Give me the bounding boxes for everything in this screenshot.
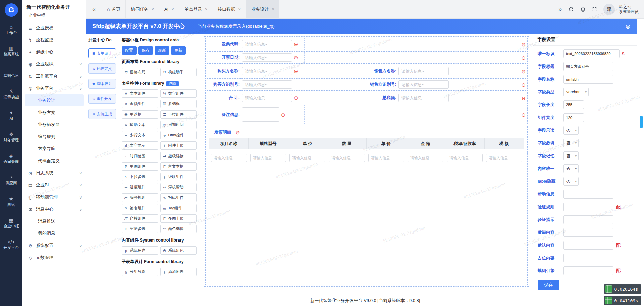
config-button[interactable]: 配置	[122, 46, 137, 55]
rail-item-archive[interactable]: ▥档案系统	[0, 40, 22, 62]
subtable-input[interactable]	[250, 154, 286, 162]
remove-row-icon[interactable]: ⊖	[521, 69, 526, 74]
field-total[interactable]: 合 计: ⊖	[206, 92, 362, 104]
sidebar-item-business-trigger[interactable]: 业务触发器	[22, 119, 86, 131]
config-link[interactable]: 配	[616, 243, 621, 248]
unique-content-select[interactable]: 否▾	[563, 164, 579, 173]
rail-menu-toggle-icon[interactable]: ≡	[9, 290, 13, 306]
component-text[interactable]: A文本组件	[122, 89, 158, 98]
close-tab-icon[interactable]: ×	[238, 7, 241, 12]
sidebar-item-message-center[interactable]: ✉消息中心∨	[22, 203, 86, 215]
save-button[interactable]: 保存	[138, 46, 153, 55]
component-multi-image[interactable]: È多图上传	[160, 214, 197, 223]
required-select[interactable]: 否▾	[563, 139, 579, 147]
sidebar-item-message-push[interactable]: 消息推送	[22, 215, 86, 227]
suffix-content-field[interactable]	[563, 228, 613, 237]
field-input[interactable]	[398, 94, 449, 102]
component-richtext[interactable]: E富文本框	[160, 162, 197, 171]
sidebar-item-mobile-mgmt[interactable]: ▯移动端管理∨	[22, 191, 86, 203]
component-multi-select[interactable]: S下拉多选	[122, 173, 158, 181]
field-seller-name[interactable]: 销售方名称:	[362, 65, 519, 77]
component-shuttle-help[interactable]: ∾穿梭帮助	[160, 183, 197, 191]
rail-item-dev-platform[interactable]: </>开发平台	[0, 234, 22, 255]
field-input[interactable]	[242, 94, 292, 102]
rail-item-ai[interactable]: ✦Ai	[0, 105, 22, 126]
component-dropdown[interactable]: ≣下拉组件	[160, 110, 197, 119]
close-tab-icon[interactable]: ×	[151, 7, 154, 12]
subtable-input[interactable]	[211, 154, 247, 162]
field-total-tax[interactable]: 总税额:	[362, 92, 519, 104]
memory-select[interactable]: 否▾	[563, 151, 579, 160]
config-link[interactable]: 配	[616, 204, 621, 210]
sidebar-item-system-config[interactable]: ⚙系统配置∨	[22, 239, 86, 252]
sidebar-item-business-design[interactable]: 业务设计	[25, 94, 84, 106]
component-group-line[interactable]: §分组线条	[122, 268, 158, 276]
close-tab-icon[interactable]: ×	[171, 7, 174, 12]
avatar[interactable]: 流	[603, 4, 615, 15]
subtable-input[interactable]	[289, 154, 325, 162]
remove-row-icon[interactable]: ⊖	[521, 112, 526, 117]
unique-id-field[interactable]	[563, 49, 620, 58]
remove-field-icon[interactable]: ⊖	[294, 55, 298, 60]
subtable-input[interactable]	[368, 154, 404, 162]
sidebar-item-enterprise-auth[interactable]: ≣企业授权	[22, 22, 86, 34]
component-width-field[interactable]	[563, 113, 584, 122]
field-input[interactable]	[242, 40, 292, 48]
help-info-field[interactable]	[563, 190, 613, 199]
remove-field-icon[interactable]: ⊖	[294, 42, 298, 47]
field-type-select[interactable]: varchar▾	[563, 88, 589, 96]
component-hyperlink[interactable]: ⇌超级链接	[160, 152, 197, 160]
tab-sso[interactable]: 单点登录×	[179, 0, 213, 18]
component-amount[interactable]: ¥金额组件	[122, 100, 158, 108]
readonly-select[interactable]: 否▾	[563, 126, 579, 135]
devtab-script-design[interactable]: ★脚本设计	[88, 79, 116, 89]
remove-row-icon[interactable]: ⊖	[521, 95, 526, 100]
rail-item-workbench[interactable]: ⌂工作台	[0, 19, 22, 40]
sidebar-item-super-center[interactable]: ◕超级中心	[22, 46, 86, 58]
sidebar-item-my-messages[interactable]: 我的消息	[22, 227, 86, 239]
bell-icon[interactable]	[580, 6, 586, 12]
component-shuttle[interactable]: Æ穿梭组件	[122, 214, 158, 223]
subtable-input[interactable]	[486, 154, 522, 162]
rail-item-finance[interactable]: ❖财务管理	[0, 126, 22, 148]
label-hidden-select[interactable]: 否▾	[563, 177, 579, 186]
field-invoice-code[interactable]: 发票代码: ⊖	[206, 38, 304, 50]
app-logo[interactable]: G	[5, 3, 18, 17]
subtable-input[interactable]	[408, 154, 443, 162]
sidebar-item-enterprise-bi[interactable]: ▤企业BI∨	[22, 179, 86, 191]
component-time-range[interactable]: ≈时间范围	[122, 152, 158, 160]
remove-row-icon[interactable]: ⊖	[521, 42, 526, 47]
close-window-icon[interactable]: ⊗	[625, 23, 631, 30]
rail-item-demo[interactable]: ✳演示功能	[0, 83, 22, 105]
component-number[interactable]: ½数字组件	[160, 89, 197, 98]
subtable-input[interactable]	[329, 154, 365, 162]
devtab-event-dev[interactable]: ⊕事件开发	[88, 94, 116, 104]
field-input[interactable]	[242, 80, 292, 89]
refresh-icon[interactable]	[568, 6, 574, 12]
sidebar-item-business-plan[interactable]: 业务方案	[22, 106, 86, 119]
remove-field-icon[interactable]: ⊖	[281, 112, 285, 117]
sidebar-item-process-monitor[interactable]: ↯流程监控	[22, 34, 86, 46]
component-add-subtable[interactable]: §添加附表	[160, 268, 197, 276]
component-build-assistant[interactable]: ↻构建助手	[160, 68, 197, 76]
empty-cell[interactable]	[304, 52, 519, 63]
field-remarks[interactable]: 备注信息: ⊖	[206, 105, 304, 124]
component-progress[interactable]: ─进度组件	[122, 183, 158, 191]
component-signature[interactable]: ✎签名组件	[122, 204, 158, 212]
component-html[interactable]: ℮Html控件	[160, 131, 197, 139]
empty-cell[interactable]	[304, 105, 519, 124]
user-info[interactable]: 流之云 系统管理员	[619, 4, 639, 15]
placeholder-content-field[interactable]	[563, 254, 613, 262]
component-tag[interactable]: ωTag组件	[160, 204, 197, 212]
component-attachment[interactable]: ⇪附件上传	[160, 141, 197, 150]
component-checkbox[interactable]: ☑多选框	[160, 100, 197, 108]
rail-item-enterprise-hub[interactable]: ▦企业中枢	[0, 212, 22, 234]
component-grid-layout[interactable]: ⇆栅格布局	[122, 68, 158, 76]
default-content-field[interactable]	[563, 241, 613, 250]
sidebar-item-log-system[interactable]: ◷日志系统∨	[22, 167, 86, 179]
field-invoice-date[interactable]: 开票日期: ⊖	[206, 52, 304, 63]
tab-ai[interactable]: AI×	[159, 0, 179, 18]
close-tab-icon[interactable]: ×	[205, 7, 208, 12]
field-title-field[interactable]	[563, 62, 613, 71]
tab-collab-task[interactable]: 协同任务×	[125, 0, 159, 18]
